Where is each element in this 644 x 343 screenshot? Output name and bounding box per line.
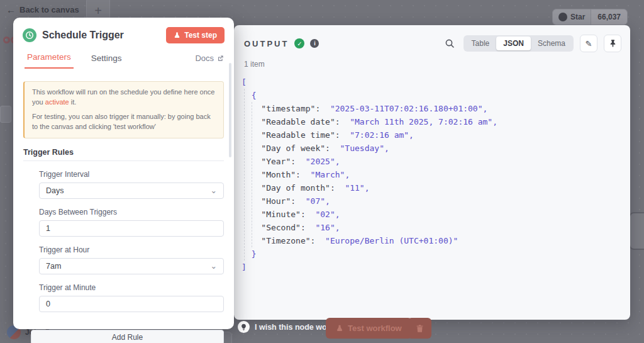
json-line: "Day of week": "Tuesday", xyxy=(242,142,497,155)
node-title: Schedule Trigger xyxy=(42,30,160,41)
view-mode-table[interactable]: Table xyxy=(465,37,497,50)
back-to-canvas-label: Back to canvas xyxy=(19,5,79,14)
json-line: "Hour": "07", xyxy=(242,194,497,208)
github-star-count: 66,037 xyxy=(591,9,627,25)
activate-link[interactable]: activate xyxy=(45,98,69,106)
json-line: "Second": "16", xyxy=(242,221,497,234)
trigger-interval-value: Days xyxy=(46,186,64,195)
notice-line1: This workflow will run on the schedule y… xyxy=(32,87,216,108)
add-rule-button[interactable]: Add Rule xyxy=(31,330,224,343)
section-title: Trigger Rules xyxy=(23,148,224,157)
chevron-down-icon: ⌄ xyxy=(211,186,217,195)
search-icon[interactable] xyxy=(445,38,455,48)
github-star-label: Star xyxy=(570,13,585,21)
back-to-canvas-link[interactable]: ← Back to canvas xyxy=(6,4,79,15)
docs-link[interactable]: Docs xyxy=(195,53,224,69)
section-divider xyxy=(23,160,224,161)
external-link-icon xyxy=(217,55,224,62)
delete-node-button[interactable] xyxy=(408,318,431,339)
json-line: } xyxy=(242,247,497,261)
test-step-label: Test step xyxy=(184,31,217,40)
tab-parameters[interactable]: Parameters xyxy=(25,52,74,69)
view-mode-json[interactable]: JSON xyxy=(496,37,531,50)
json-line: ] xyxy=(242,261,497,274)
json-line: "Year": "2025", xyxy=(242,155,497,168)
pencil-icon: ✎ xyxy=(586,39,592,48)
field-label-days-between: Days Between Triggers xyxy=(39,208,224,216)
scrollbar-thumb[interactable] xyxy=(229,63,231,157)
schedule-notice: This workflow will run on the schedule y… xyxy=(23,81,224,138)
test-workflow-button[interactable]: Test workflow xyxy=(326,318,412,339)
tabs-row: Parameters Settings Docs xyxy=(13,43,234,69)
github-star-widget[interactable]: Star 66,037 xyxy=(552,9,628,25)
view-mode-toggle: Table JSON Schema xyxy=(464,35,574,52)
view-mode-schema[interactable]: Schema xyxy=(531,37,572,50)
json-line: "timestamp": "2025-03-11T07:02:16.180+01… xyxy=(242,102,497,115)
chevron-down-icon: ⌄ xyxy=(211,261,217,271)
json-view: [ { "timestamp": "2025-03-11T07:02:16.18… xyxy=(242,76,497,274)
field-label-trigger-hour: Trigger at Hour xyxy=(39,245,224,254)
json-line: "Readable time": "7:02:16 am", xyxy=(242,128,497,142)
canvas-node-fragment-right xyxy=(629,212,644,250)
github-icon xyxy=(558,13,567,21)
json-line: "Readable date": "March 11th 2025, 7:02:… xyxy=(242,115,497,128)
trigger-hour-select[interactable]: 7am ⌄ xyxy=(39,258,224,274)
field-label-trigger-minute: Trigger at Minute xyxy=(39,283,224,292)
days-between-value: 1 xyxy=(46,224,50,233)
json-line: "Minute": "02", xyxy=(242,208,497,221)
tab-settings[interactable]: Settings xyxy=(89,53,125,69)
pin-data-button[interactable] xyxy=(604,35,621,52)
info-icon[interactable]: i xyxy=(310,39,319,48)
trigger-minute-input[interactable]: 0 xyxy=(39,296,224,312)
notice-line2: For testing, you can also trigger it man… xyxy=(32,112,216,132)
days-between-input[interactable]: 1 xyxy=(39,220,224,237)
docs-label: Docs xyxy=(195,53,214,63)
json-line: "Timezone": "Europe/Berlin (UTC+01:00)" xyxy=(242,234,497,247)
test-step-button[interactable]: Test step xyxy=(166,27,225,43)
json-line: "Month": "March", xyxy=(242,168,497,181)
trigger-interval-select[interactable]: Days ⌄ xyxy=(39,183,224,199)
trigger-hour-value: 7am xyxy=(46,262,61,271)
parameters-list: Trigger Interval Days ⌄ Days Between Tri… xyxy=(23,170,224,312)
pin-icon xyxy=(609,39,617,48)
node-details-panel: Schedule Trigger Test step Parameters Se… xyxy=(13,18,234,329)
schedule-clock-icon xyxy=(23,28,36,42)
canvas-node-fragment xyxy=(0,106,11,123)
output-panel: OUTPUT ✓ i Table JSON Schema ✎ 1 item [ … xyxy=(234,25,630,320)
test-workflow-label: Test workflow xyxy=(348,323,402,333)
app-screen: + Star 66,037 John Dee I wish this node … xyxy=(0,0,644,343)
trash-icon xyxy=(416,324,424,333)
success-check-icon: ✓ xyxy=(294,38,304,48)
json-line: { xyxy=(242,89,497,102)
trigger-minute-value: 0 xyxy=(46,300,50,308)
lightbulb-icon xyxy=(238,321,250,333)
back-arrow-icon: ← xyxy=(6,4,16,15)
json-line: [ xyxy=(242,76,497,89)
items-count: 1 item xyxy=(244,60,630,69)
field-label-trigger-interval: Trigger Interval xyxy=(39,170,224,179)
json-line: "Day of month": "11", xyxy=(242,181,497,194)
edit-output-button[interactable]: ✎ xyxy=(580,35,597,52)
output-title: OUTPUT xyxy=(244,39,289,48)
flask-icon xyxy=(174,31,180,39)
flask-icon xyxy=(336,324,343,332)
